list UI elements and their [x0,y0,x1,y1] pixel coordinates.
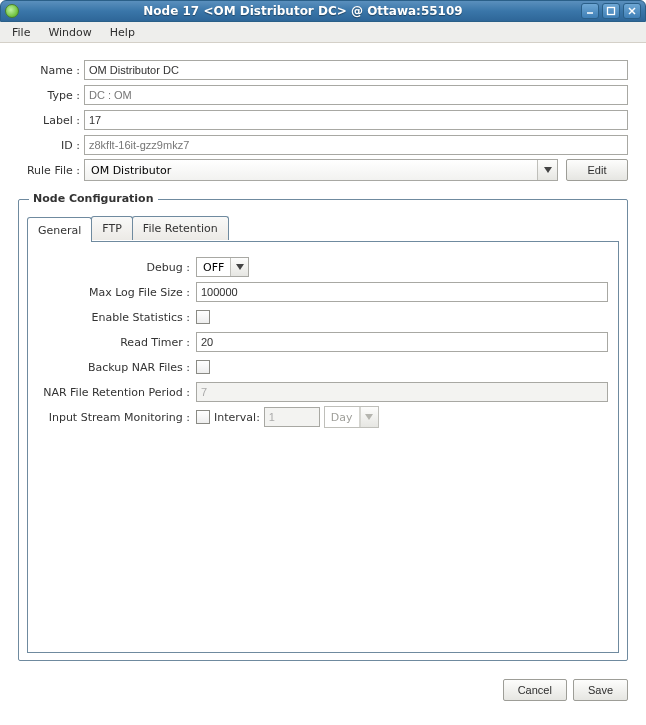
chevron-down-icon [360,407,378,427]
rulefile-label: Rule File : [18,164,84,177]
name-label: Name : [18,64,84,77]
enablestats-label: Enable Statistics : [38,311,196,324]
maxlog-label: Max Log File Size : [38,286,196,299]
title-bar[interactable]: Node 17 <OM Distributor DC> @ Ottawa:551… [0,0,646,22]
edit-button[interactable]: Edit [566,159,628,181]
menu-help[interactable]: Help [102,24,143,41]
tab-file-retention[interactable]: File Retention [132,216,229,240]
backupnar-label: Backup NAR Files : [38,361,196,374]
tab-strip: General FTP File Retention [27,216,619,241]
svg-marker-6 [365,414,373,420]
dialog-footer: Cancel Save [0,669,646,701]
close-button[interactable] [623,3,641,19]
readtimer-label: Read Timer : [38,336,196,349]
interval-field [264,407,320,427]
content-area: Name : Type : Label : ID : Rule File : O… [0,43,646,669]
chevron-down-icon [537,160,557,180]
enablestats-checkbox[interactable] [196,310,210,324]
narretention-field [196,382,608,402]
debug-dropdown[interactable]: OFF [196,257,249,277]
debug-label: Debug : [38,261,196,274]
minimize-button[interactable] [581,3,599,19]
inputstream-label: Input Stream Monitoring : [38,411,196,424]
interval-unit-value: Day [325,407,360,427]
maximize-button[interactable] [602,3,620,19]
rulefile-value: OM Distributor [85,164,537,177]
id-label: ID : [18,139,84,152]
fieldset-title: Node Configuration [29,192,158,205]
inputstream-checkbox[interactable] [196,410,210,424]
type-label: Type : [18,89,84,102]
readtimer-field[interactable] [196,332,608,352]
menu-bar: File Window Help [0,22,646,43]
chevron-down-icon [230,258,248,276]
menu-file[interactable]: File [4,24,38,41]
tab-ftp[interactable]: FTP [91,216,133,240]
backupnar-checkbox[interactable] [196,360,210,374]
app-icon [5,4,19,18]
menu-window[interactable]: Window [40,24,99,41]
interval-unit-dropdown: Day [324,406,379,428]
node-config-fieldset: Node Configuration General FTP File Rete… [18,199,628,661]
name-field[interactable] [84,60,628,80]
debug-value: OFF [197,261,230,274]
maxlog-field[interactable] [196,282,608,302]
save-button[interactable]: Save [573,679,628,701]
label-label: Label : [18,114,84,127]
tab-general[interactable]: General [27,217,92,242]
svg-rect-1 [608,8,615,15]
svg-marker-4 [544,167,552,173]
tab-panel-general: Debug : OFF Max Log File Size : Enable S… [27,241,619,653]
cancel-button[interactable]: Cancel [503,679,567,701]
narretention-label: NAR File Retention Period : [38,386,196,399]
label-field[interactable] [84,110,628,130]
id-field[interactable] [84,135,628,155]
rulefile-dropdown[interactable]: OM Distributor [84,159,558,181]
interval-label: Interval: [214,411,260,424]
type-field[interactable] [84,85,628,105]
svg-marker-5 [236,264,244,270]
window-title: Node 17 <OM Distributor DC> @ Ottawa:551… [25,4,581,18]
